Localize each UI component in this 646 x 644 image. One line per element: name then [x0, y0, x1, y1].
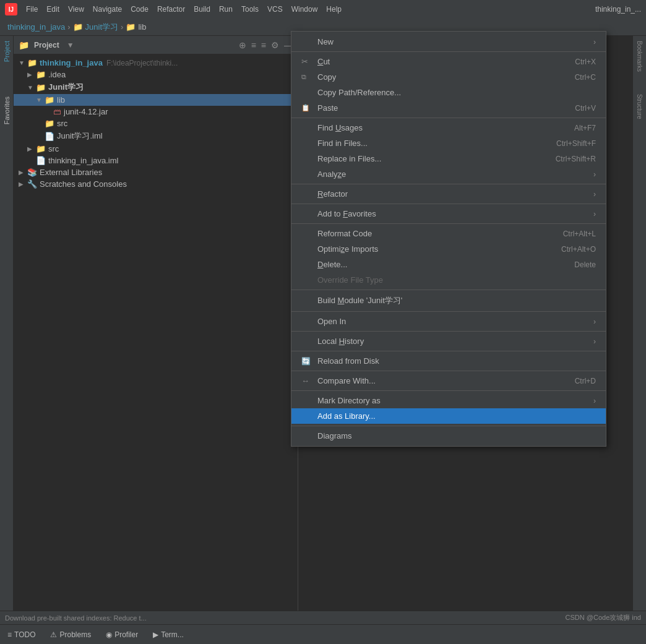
- bottom-tab-terminal[interactable]: ▶ Term...: [150, 629, 186, 640]
- cm-diagrams-label: Diagrams: [317, 431, 352, 440]
- breadcrumb-item-2[interactable]: Junit学习: [85, 22, 118, 33]
- tree-item-scratches[interactable]: ▶ 🔧 Scratches and Consoles: [14, 178, 298, 190]
- menu-view[interactable]: View: [64, 4, 88, 15]
- cm-mark-dir[interactable]: Mark Directory as ›: [291, 393, 606, 408]
- menu-code[interactable]: Code: [127, 4, 152, 15]
- cm-copy-path[interactable]: Copy Path/Reference...: [291, 85, 606, 100]
- menu-tools[interactable]: Tools: [238, 4, 262, 15]
- tree-item-iml1[interactable]: 📄 Junit学习.iml: [14, 129, 298, 143]
- project-dropdown-icon[interactable]: ▼: [67, 41, 74, 49]
- cm-reload[interactable]: 🔄 Reload from Disk: [291, 353, 606, 369]
- project-expand-icon[interactable]: ≡: [261, 40, 266, 50]
- breadcrumb-sep-2: ›: [121, 22, 123, 32]
- project-locate-icon[interactable]: ⊕: [239, 40, 246, 50]
- cm-paste[interactable]: 📋 Paste Ctrl+V: [291, 100, 606, 116]
- cm-cut[interactable]: ✂ Cut Ctrl+X: [291, 54, 606, 69]
- project-panel: 📁 Project ▼ ⊕ ≡ ≡ ⚙ — ▼ 📁 thinking_in_ja…: [14, 36, 298, 624]
- tree-item-idea[interactable]: ▶ 📁 .idea: [14, 69, 298, 80]
- cm-refactor-arrow: ›: [593, 190, 596, 199]
- cm-find-files-label: Find in Files...: [317, 139, 368, 148]
- menu-edit[interactable]: Edit: [43, 4, 63, 15]
- cm-open-in[interactable]: Open In ›: [291, 314, 606, 329]
- project-panel-title: Project: [34, 41, 59, 49]
- ext-libs-icon: 📚: [27, 168, 37, 177]
- tree-item-lib[interactable]: ▼ 📁 lib: [14, 94, 298, 106]
- tree-item-src1[interactable]: 📁 src: [14, 118, 298, 129]
- project-settings-icon[interactable]: ⚙: [271, 40, 279, 50]
- tree-item-iml2[interactable]: 📄 thinking_in_java.iml: [14, 155, 298, 166]
- cm-divider-6: [291, 290, 606, 290]
- profiler-icon: ◉: [106, 630, 112, 639]
- cm-copy[interactable]: ⧉ Copy Ctrl+C: [291, 69, 606, 85]
- menu-run[interactable]: Run: [215, 4, 236, 15]
- cm-local-history-arrow: ›: [593, 337, 596, 346]
- menu-navigate[interactable]: Navigate: [89, 4, 126, 15]
- arrow-lib: ▼: [36, 97, 45, 103]
- bottom-tab-problems[interactable]: ⚠ Problems: [48, 629, 93, 640]
- cm-replace-files[interactable]: Replace in Files... Ctrl+Shift+R: [291, 151, 606, 166]
- breadcrumb-item-1[interactable]: thinking_in_java: [7, 22, 65, 32]
- cm-refactor[interactable]: Refactor ›: [291, 186, 606, 202]
- tree-item-name-root: thinking_in_java: [40, 58, 103, 67]
- bottom-bar: ≡ TODO ⚠ Problems ◉ Profiler ▶ Term...: [0, 624, 646, 644]
- sidebar-tab-project[interactable]: Project: [1, 36, 13, 67]
- menu-window[interactable]: Window: [288, 4, 322, 15]
- cm-analyze-label: Analyze: [317, 170, 346, 179]
- right-tab-bookmarks[interactable]: Bookmarks: [634, 36, 645, 77]
- cm-local-history[interactable]: Local History ›: [291, 333, 606, 349]
- cm-build-module[interactable]: Build Module 'Junit学习': [291, 292, 606, 309]
- cm-open-in-label: Open In: [317, 317, 346, 326]
- cm-find-usages[interactable]: Find Usages Alt+F7: [291, 120, 606, 135]
- menu-refactor[interactable]: Refactor: [153, 4, 189, 15]
- tree-item-src2[interactable]: ▶ 📁 src: [14, 143, 298, 155]
- cm-replace-files-shortcut: Ctrl+Shift+R: [556, 155, 596, 163]
- menu-help[interactable]: Help: [322, 4, 345, 15]
- tree-item-name-scratches: Scratches and Consoles: [40, 179, 127, 189]
- cm-copy-path-label: Copy Path/Reference...: [317, 88, 401, 97]
- todo-icon: ≡: [7, 630, 12, 639]
- menu-vcs[interactable]: VCS: [264, 4, 286, 15]
- cm-reformat[interactable]: Reformat Code Ctrl+Alt+L: [291, 226, 606, 241]
- cm-reformat-label: Reformat Code: [317, 229, 372, 238]
- tree-item-name-src1: src: [57, 119, 67, 128]
- tree-item-name-jar: junit-4.12.jar: [64, 107, 108, 116]
- cm-divider-11: [291, 390, 606, 391]
- cm-add-library[interactable]: Add as Library...: [291, 408, 606, 424]
- cm-optimize-shortcut: Ctrl+Alt+O: [561, 245, 596, 254]
- right-tab-structure[interactable]: Structure: [634, 89, 645, 124]
- cm-divider-12: [291, 426, 606, 426]
- tree-item-jar[interactable]: 🗃 junit-4.12.jar: [14, 106, 298, 118]
- folder-icon-root: 📁: [27, 58, 37, 67]
- bottom-tab-profiler[interactable]: ◉ Profiler: [103, 629, 140, 640]
- sidebar-tab-favorites[interactable]: Favorites: [1, 92, 13, 129]
- cm-open-in-arrow: ›: [593, 317, 596, 326]
- cm-optimize[interactable]: Optimize Imports Ctrl+Alt+O: [291, 241, 606, 257]
- tree-item-root[interactable]: ▼ 📁 thinking_in_java F:\ideaProject\thin…: [14, 57, 298, 69]
- tree-item-name-src2: src: [48, 144, 59, 153]
- breadcrumb-item-3[interactable]: lib: [138, 22, 146, 32]
- cm-add-favorites[interactable]: Add to Favorites ›: [291, 206, 606, 221]
- folder-icon-src1: 📁: [45, 119, 54, 128]
- project-collapse-icon[interactable]: ≡: [251, 40, 256, 50]
- cm-add-library-label: Add as Library...: [317, 411, 376, 421]
- cm-paste-label: Paste: [317, 103, 338, 113]
- menu-file[interactable]: File: [22, 4, 41, 15]
- cm-divider-4: [291, 204, 606, 204]
- cm-analyze[interactable]: Analyze ›: [291, 166, 606, 182]
- menu-build[interactable]: Build: [190, 4, 214, 15]
- cm-new[interactable]: New ›: [291, 34, 606, 49]
- terminal-icon: ▶: [153, 630, 158, 639]
- cm-diagrams[interactable]: Diagrams: [291, 428, 606, 444]
- tree-item-ext-libs[interactable]: ▶ 📚 External Libraries: [14, 166, 298, 178]
- bottom-tab-todo[interactable]: ≡ TODO: [5, 629, 38, 640]
- jar-icon: 🗃: [53, 107, 61, 116]
- profiler-label: Profiler: [114, 630, 138, 639]
- folder-icon-lib: 📁: [45, 95, 54, 105]
- cm-compare-with[interactable]: ↔ Compare With... Ctrl+D: [291, 373, 606, 389]
- cm-delete[interactable]: Delete... Delete: [291, 257, 606, 272]
- tree-item-junit[interactable]: ▼ 📁 Junit学习: [14, 80, 298, 94]
- cm-cut-shortcut: Ctrl+X: [575, 58, 596, 66]
- cm-find-files[interactable]: Find in Files... Ctrl+Shift+F: [291, 135, 606, 151]
- tree-item-name-iml1: Junit学习.iml: [57, 131, 103, 142]
- arrow-root: ▼: [19, 59, 27, 66]
